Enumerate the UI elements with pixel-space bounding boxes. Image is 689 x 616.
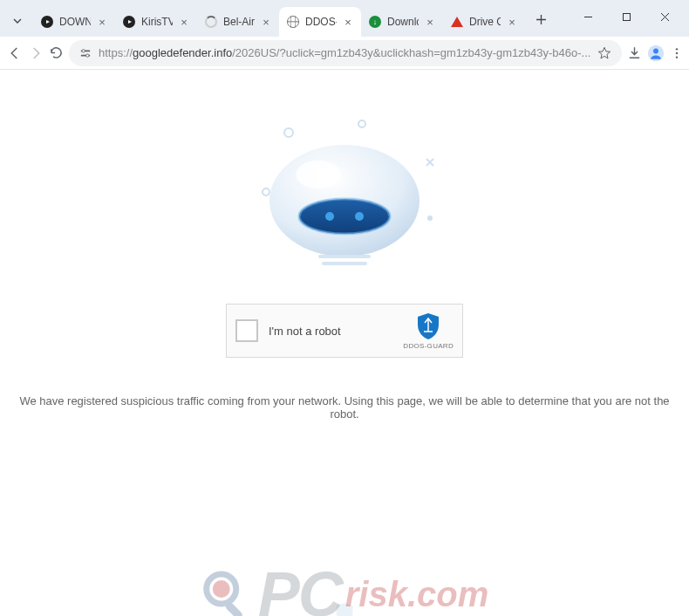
tab-title: Bel-Air S xyxy=(223,16,255,28)
maximize-button[interactable] xyxy=(607,3,645,30)
svg-point-6 xyxy=(654,48,659,53)
svg-rect-20 xyxy=(318,255,371,258)
tab-title: DDOS-G xyxy=(305,16,337,28)
tab-title: Drive Cl xyxy=(469,16,501,28)
svg-point-10 xyxy=(284,128,293,137)
close-icon[interactable]: × xyxy=(96,16,108,28)
captcha-label: I'm not a robot xyxy=(269,325,392,338)
youtube-icon xyxy=(40,15,54,29)
robot-icon xyxy=(231,113,458,288)
browser-titlebar: DOWNL × KirisTV F × Bel-Air S × DDOS-G ×… xyxy=(0,0,689,37)
loading-spinner-icon xyxy=(204,15,218,29)
svg-point-4 xyxy=(86,53,89,56)
globe-icon xyxy=(286,15,300,29)
profile-button[interactable] xyxy=(647,40,665,66)
tab-search-dropdown[interactable] xyxy=(5,9,30,33)
svg-point-13 xyxy=(427,216,433,221)
svg-point-7 xyxy=(676,48,678,50)
tab-item-active[interactable]: DDOS-G × xyxy=(279,7,361,37)
svg-point-19 xyxy=(355,212,364,221)
address-bar: https://googledefender.info/2026US/?ucli… xyxy=(0,37,689,70)
captcha-brand-text: DDOS-GUARD xyxy=(403,342,454,350)
tab-item[interactable]: Bel-Air S × xyxy=(197,7,279,37)
tab-item[interactable]: DOWNL × xyxy=(33,7,115,37)
svg-point-11 xyxy=(358,120,365,127)
svg-point-15 xyxy=(296,161,341,188)
new-tab-button[interactable] xyxy=(529,7,553,31)
svg-point-23 xyxy=(213,580,230,598)
url-text: https://googledefender.info/2026US/?ucli… xyxy=(99,46,590,59)
window-controls xyxy=(569,3,684,30)
tab-strip: DOWNL × KirisTV F × Bel-Air S × DDOS-G ×… xyxy=(33,7,569,37)
tab-item[interactable]: KirisTV F × xyxy=(115,7,197,37)
svg-point-9 xyxy=(676,56,678,58)
downloads-button[interactable] xyxy=(627,40,642,66)
forward-button[interactable] xyxy=(28,40,44,66)
reload-button[interactable] xyxy=(49,40,64,66)
close-icon[interactable]: × xyxy=(178,16,190,28)
close-icon[interactable]: × xyxy=(342,16,354,28)
close-icon[interactable]: × xyxy=(424,16,436,28)
svg-point-3 xyxy=(82,49,85,51)
tab-item[interactable]: Downlo × xyxy=(361,7,443,37)
close-window-button[interactable] xyxy=(645,3,684,30)
bookmark-star-icon[interactable] xyxy=(597,46,611,60)
magnifier-icon xyxy=(201,568,253,616)
close-icon[interactable]: × xyxy=(506,16,518,28)
tab-title: DOWNL xyxy=(59,16,91,28)
back-button[interactable] xyxy=(7,40,23,66)
shield-icon xyxy=(416,312,440,340)
captcha-widget: I'm not a robot DDOS-GUARD xyxy=(226,304,463,358)
tab-item[interactable]: Drive Cl × xyxy=(443,7,525,37)
svg-point-12 xyxy=(263,188,269,195)
minimize-button[interactable] xyxy=(569,3,607,30)
tab-title: Downlo xyxy=(387,16,419,28)
svg-point-18 xyxy=(325,212,334,221)
pcrisk-watermark: PCrisk.com xyxy=(201,558,489,616)
youtube-icon xyxy=(122,15,136,29)
menu-button[interactable] xyxy=(670,40,684,66)
tab-title: KirisTV F xyxy=(141,16,173,28)
warning-icon xyxy=(450,15,464,29)
svg-point-8 xyxy=(676,51,678,53)
page-content: I'm not a robot DDOS-GUARD We have regis… xyxy=(0,70,689,616)
download-icon xyxy=(368,15,382,29)
robot-illustration: I'm not a robot DDOS-GUARD We have regis… xyxy=(0,113,689,421)
url-input[interactable]: https://googledefender.info/2026US/?ucli… xyxy=(69,40,622,66)
captcha-brand: DDOS-GUARD xyxy=(403,312,454,350)
close-icon[interactable]: × xyxy=(260,16,272,28)
svg-rect-0 xyxy=(623,13,630,20)
watermark-pc: PC xyxy=(258,558,342,616)
suspicious-traffic-message: We have registered suspicious traffic co… xyxy=(0,394,689,421)
watermark-risk: risk.com xyxy=(345,575,489,614)
site-info-icon[interactable] xyxy=(79,47,92,59)
captcha-checkbox[interactable] xyxy=(235,319,258,342)
svg-rect-21 xyxy=(322,262,367,265)
